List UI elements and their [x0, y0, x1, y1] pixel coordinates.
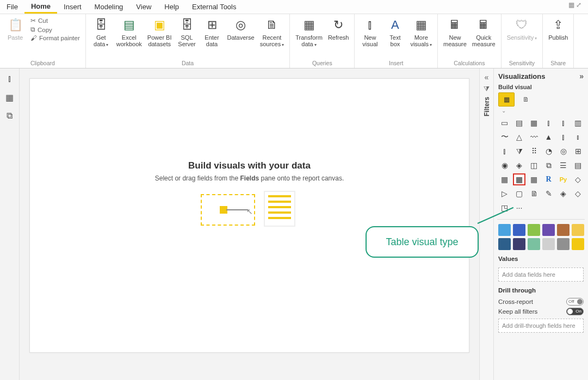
gridline-settings-icon[interactable]: ▦ ⤢: [568, 1, 581, 9]
viz-type-cell[interactable]: ⫿: [542, 117, 555, 129]
values-label: Values: [498, 256, 518, 262]
dataverse-button[interactable]: ◎Dataverse: [225, 15, 257, 42]
format-visual-tab[interactable]: 🗎: [519, 92, 533, 107]
viz-type-cell[interactable]: ▷: [498, 188, 511, 200]
expand-pane-icon[interactable]: »: [579, 72, 584, 80]
viz-type-cell[interactable]: ◈: [557, 188, 570, 200]
viz-misc-cell[interactable]: [572, 224, 584, 236]
data-view-button[interactable]: ▦: [4, 91, 16, 103]
placeholder-subtitle: Select or drag fields from the Fields pa…: [30, 175, 469, 182]
drillthrough-dropzone[interactable]: Add drill-through fields here: [498, 319, 584, 333]
excel-workbook-button[interactable]: ▤Excel workbook: [114, 15, 144, 48]
text-box-button[interactable]: AText box: [383, 15, 407, 48]
viz-type-cell[interactable]: ▤: [513, 117, 525, 129]
recent-sources-button[interactable]: 🗎Recent sources: [258, 15, 287, 49]
cross-report-toggle[interactable]: [566, 298, 584, 306]
shield-icon: 🛡: [513, 16, 530, 34]
more-visuals-button[interactable]: ▦More visuals: [408, 15, 434, 49]
copy-button[interactable]: ⧉Copy: [29, 26, 81, 34]
viz-misc-cell[interactable]: [513, 224, 525, 236]
build-visual-tab[interactable]: ▦: [498, 92, 515, 107]
menu-view[interactable]: View: [129, 0, 158, 14]
paste-button[interactable]: 📋 Paste: [3, 15, 27, 42]
canvas-placeholder: Build visuals with your data Select or d…: [30, 160, 469, 229]
menu-file[interactable]: File: [0, 0, 24, 14]
refresh-button[interactable]: ↻Refresh: [326, 15, 351, 42]
viz-type-cell[interactable]: ⧉: [542, 159, 555, 171]
viz-misc-cell[interactable]: [513, 238, 525, 250]
viz-type-cell[interactable]: ✎: [542, 188, 555, 200]
viz-type-cell[interactable]: ◫: [528, 159, 540, 171]
sensitivity-button[interactable]: 🛡Sensitivity: [505, 15, 540, 43]
viz-type-cell[interactable]: ▲: [542, 131, 555, 143]
new-visual-button[interactable]: ⫿New visual: [358, 15, 382, 48]
viz-type-cell[interactable]: ☰: [557, 159, 570, 171]
viz-type-cell[interactable]: ◇: [572, 173, 584, 185]
model-view-button[interactable]: ⧉: [4, 110, 16, 122]
viz-misc-cell[interactable]: [542, 224, 555, 236]
report-view-button[interactable]: ⫿: [4, 73, 16, 85]
viz-misc-cell[interactable]: [498, 238, 511, 250]
menu-modeling[interactable]: Modeling: [88, 0, 130, 14]
viz-type-cell[interactable]: ◔: [542, 145, 555, 157]
viz-type-cell[interactable]: ▥: [572, 117, 584, 129]
viz-misc-cell[interactable]: [572, 238, 584, 250]
viz-type-cell[interactable]: ⊞: [572, 145, 584, 157]
viz-type-cell[interactable]: 〜: [498, 131, 511, 143]
viz-type-cell[interactable]: ◉: [498, 159, 511, 171]
pbi-datasets-button[interactable]: ▣Power BI datasets: [145, 15, 174, 48]
viz-type-cell[interactable]: ▦: [528, 173, 540, 185]
visualizations-pane: Visualizations » Build visual ▦ 🗎 ⌄ ▭▤▦⫿…: [493, 68, 588, 380]
viz-type-cell[interactable]: △: [513, 131, 525, 143]
viz-type-cell[interactable]: Py: [557, 173, 570, 185]
viz-more-button[interactable]: ···: [513, 202, 525, 214]
viz-type-cell[interactable]: ▤: [572, 159, 584, 171]
transform-data-button[interactable]: ▦Transform data: [293, 15, 325, 49]
viz-type-table[interactable]: ▦: [513, 173, 525, 185]
viz-type-cell[interactable]: ⫾: [572, 131, 584, 143]
sql-icon: 🗄: [178, 16, 196, 34]
viz-type-cell[interactable]: ⫿: [498, 145, 511, 157]
group-label: Sensitivity: [505, 59, 540, 68]
enter-data-button[interactable]: ⊞Enter data: [200, 15, 224, 48]
viz-type-cell[interactable]: R: [542, 173, 555, 185]
viz-type-cell[interactable]: ▦: [498, 173, 511, 185]
viz-misc-cell[interactable]: [528, 224, 540, 236]
viz-misc-cell[interactable]: [557, 224, 570, 236]
viz-type-cell[interactable]: ◎: [557, 145, 570, 157]
filters-pane-collapsed[interactable]: « ⧩ Filters: [479, 68, 493, 380]
values-dropzone[interactable]: Add data fields here: [498, 267, 584, 282]
viz-misc-cell[interactable]: [542, 238, 555, 250]
menu-home[interactable]: Home: [24, 0, 57, 14]
menu-help[interactable]: Help: [158, 0, 185, 14]
keep-all-filters-toggle[interactable]: [566, 308, 584, 315]
viz-misc-cell[interactable]: [498, 224, 511, 236]
menu-external-tools[interactable]: External Tools: [185, 0, 243, 14]
sql-server-button[interactable]: 🗄SQL Server: [175, 15, 199, 48]
expand-filters-icon[interactable]: «: [485, 73, 489, 82]
group-label: Data: [89, 59, 286, 68]
filters-label: Filters: [483, 97, 491, 116]
viz-type-cell[interactable]: 🗎: [528, 188, 540, 200]
viz-type-cell[interactable]: ⠿: [528, 145, 540, 157]
viz-type-cell[interactable]: ▢: [513, 188, 525, 200]
viz-type-cell[interactable]: ▭: [498, 117, 511, 129]
viz-type-cell[interactable]: ⧩: [513, 145, 525, 157]
recent-icon: 🗎: [263, 16, 281, 34]
new-measure-button[interactable]: 🖩New measure: [441, 15, 469, 48]
format-painter-button[interactable]: 🖌Format painter: [29, 34, 81, 42]
viz-misc-cell[interactable]: [528, 238, 540, 250]
viz-type-cell[interactable]: ◈: [513, 159, 525, 171]
viz-type-cell[interactable]: ▦: [528, 117, 540, 129]
quick-measure-button[interactable]: 🖩Quick measure: [470, 15, 498, 48]
cut-button[interactable]: ✂Cut: [29, 16, 81, 25]
publish-button[interactable]: ⇪Publish: [546, 15, 570, 42]
get-data-button[interactable]: 🗄Get data: [89, 15, 113, 49]
viz-type-cell[interactable]: 〰: [528, 131, 540, 143]
viz-type-cell[interactable]: ⫿: [557, 117, 570, 129]
menu-insert[interactable]: Insert: [57, 0, 88, 14]
report-canvas[interactable]: Build visuals with your data Select or d…: [29, 78, 469, 353]
viz-type-cell[interactable]: ◇: [572, 188, 584, 200]
viz-type-cell[interactable]: ⫿: [557, 131, 570, 143]
viz-misc-cell[interactable]: [557, 238, 570, 250]
